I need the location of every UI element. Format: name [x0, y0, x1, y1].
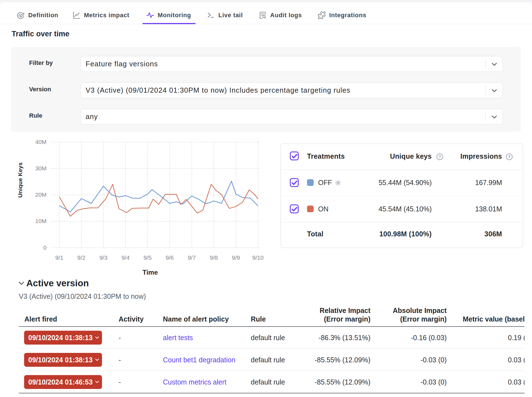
svg-text:9/2: 9/2: [77, 254, 85, 261]
svg-text:9/6: 9/6: [166, 254, 174, 261]
svg-text:9/5: 9/5: [144, 254, 152, 261]
svg-text:9/1: 9/1: [55, 254, 63, 261]
svg-text:30M: 30M: [35, 165, 47, 171]
svg-text:20M: 20M: [35, 191, 47, 198]
svg-text:Unique Keys: Unique Keys: [17, 162, 23, 198]
svg-text:9/7: 9/7: [188, 254, 196, 261]
svg-text:9/8: 9/8: [210, 254, 218, 261]
svg-text:10M: 10M: [35, 218, 47, 224]
svg-text:9/3: 9/3: [99, 254, 108, 261]
svg-text:9/9: 9/9: [232, 254, 240, 261]
svg-text:9/10: 9/10: [252, 254, 264, 261]
svg-text:Time: Time: [142, 269, 158, 276]
svg-text:0: 0: [43, 244, 47, 251]
svg-text:9/4: 9/4: [121, 254, 130, 261]
svg-text:40M: 40M: [35, 139, 47, 145]
